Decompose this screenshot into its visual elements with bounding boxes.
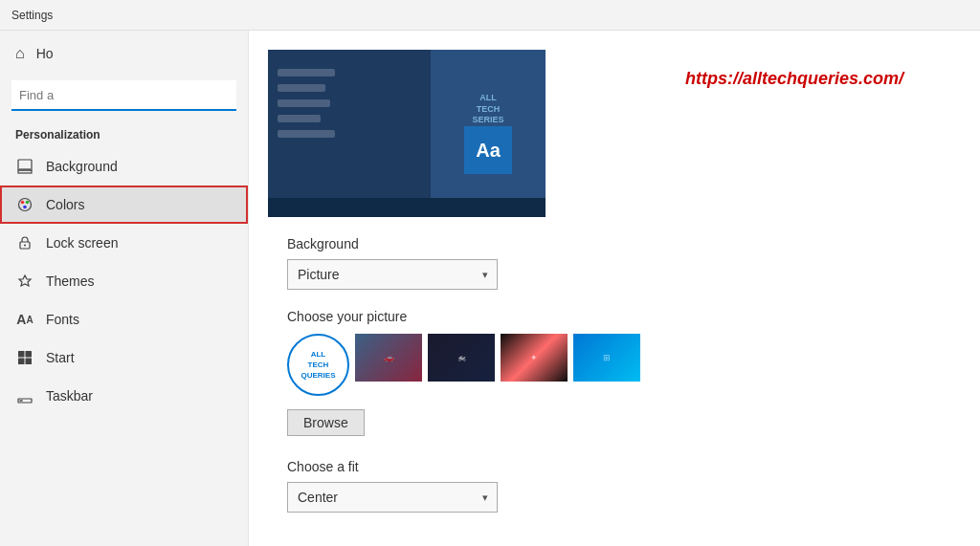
section-title: Personalization: [0, 119, 248, 147]
sidebar-item-themes[interactable]: Themes: [0, 262, 248, 300]
preview-line-3: [278, 99, 330, 107]
svg-rect-10: [26, 351, 33, 358]
windows-img: ⊞: [573, 334, 640, 382]
sidebar-item-background[interactable]: Background: [0, 147, 248, 186]
watermark: https://alltechqueries.com/: [685, 69, 903, 89]
background-section: Background Picture Solid color Slideshow…: [287, 236, 942, 290]
search-container: [0, 76, 248, 119]
lock-screen-icon: [15, 233, 34, 252]
background-dropdown-wrapper: Picture Solid color Slideshow ▾: [287, 259, 498, 290]
svg-rect-11: [18, 359, 25, 365]
sidebar: ⌂ Ho Personalization Background: [0, 31, 249, 546]
preview-lines: [278, 69, 335, 138]
picture-section: Choose your picture ALLTECHQUERIES 🚗 �: [287, 309, 942, 455]
background-label: Background: [46, 159, 118, 174]
fit-dropdown-wrapper: Fill Fit Stretch Tile Center Span ▾: [287, 482, 498, 513]
preview-line-2: [278, 84, 325, 92]
svg-point-8: [24, 245, 26, 247]
themes-label: Themes: [46, 273, 95, 289]
fit-dropdown[interactable]: Fill Fit Stretch Tile Center Span: [287, 482, 498, 513]
title-bar-text: Settings: [11, 9, 53, 22]
themes-icon: [15, 272, 34, 291]
preview-line-4: [278, 115, 321, 122]
lock-screen-label: Lock screen: [46, 235, 118, 251]
home-icon: ⌂: [15, 45, 25, 62]
svg-point-4: [21, 201, 25, 205]
preview-logo-line1: ALL: [472, 93, 503, 104]
preview-logo-line2: TECH: [472, 104, 503, 116]
sidebar-item-home[interactable]: ⌂ Ho: [0, 31, 248, 76]
sidebar-item-taskbar[interactable]: Taskbar: [0, 377, 248, 415]
start-label: Start: [46, 350, 75, 365]
svg-point-3: [19, 199, 32, 211]
picture-thumb-logo[interactable]: ALLTECHQUERIES: [287, 334, 349, 396]
picture-thumb-abstract[interactable]: ✦: [501, 334, 568, 382]
fonts-icon: AA: [15, 310, 34, 329]
settings-content: Background Picture Solid color Slideshow…: [249, 217, 980, 532]
picture-thumb-motorcycle[interactable]: 🏍: [428, 334, 495, 382]
abstract-img: ✦: [501, 334, 568, 382]
preview-aa: Aa: [464, 126, 512, 174]
background-icon: [15, 157, 34, 176]
svg-rect-2: [18, 170, 32, 173]
colors-icon: [15, 195, 34, 214]
picture-grid: ALLTECHQUERIES 🚗 🏍 ✦: [287, 334, 942, 396]
preview-line-5: [278, 130, 335, 138]
svg-point-6: [23, 206, 27, 209]
colors-label: Colors: [46, 197, 84, 212]
sidebar-item-fonts[interactable]: AA Fonts: [0, 300, 248, 339]
fit-field-label: Choose a fit: [287, 459, 942, 474]
preview-inner: ALL TECH SERIES Aa: [431, 50, 546, 217]
right-panel: https://alltechqueries.com/ ALL TECH SER…: [249, 31, 980, 546]
background-field-label: Background: [287, 236, 942, 251]
start-icon: [15, 348, 34, 367]
main-content: ⌂ Ho Personalization Background: [0, 31, 980, 546]
picture-thumb-car[interactable]: 🚗: [355, 334, 422, 382]
svg-rect-9: [18, 351, 25, 358]
svg-point-5: [26, 201, 30, 205]
motorcycle-img: 🏍: [428, 334, 495, 382]
search-input[interactable]: [11, 80, 236, 111]
preview-bottom-bar: [268, 198, 546, 217]
taskbar-icon: [15, 386, 34, 405]
picture-thumb-windows[interactable]: ⊞: [573, 334, 640, 382]
preview-logo-line3: SERIES: [472, 115, 503, 126]
sidebar-item-start[interactable]: Start: [0, 339, 248, 377]
choose-picture-label: Choose your picture: [287, 309, 942, 324]
car-img: 🚗: [355, 334, 422, 382]
title-bar: Settings: [0, 0, 980, 31]
svg-rect-12: [26, 359, 33, 365]
sidebar-item-colors[interactable]: Colors: [0, 186, 248, 224]
preview-area: ALL TECH SERIES Aa: [268, 50, 546, 217]
svg-rect-14: [20, 400, 23, 402]
fit-section: Choose a fit Fill Fit Stretch Tile Cente…: [287, 459, 942, 513]
preview-line-1: [278, 69, 335, 76]
home-label: Ho: [36, 46, 54, 61]
fonts-label: Fonts: [46, 312, 79, 327]
background-dropdown[interactable]: Picture Solid color Slideshow: [287, 259, 498, 290]
sidebar-item-lock-screen[interactable]: Lock screen: [0, 224, 248, 262]
taskbar-label: Taskbar: [46, 388, 93, 404]
browse-button[interactable]: Browse: [287, 409, 365, 436]
